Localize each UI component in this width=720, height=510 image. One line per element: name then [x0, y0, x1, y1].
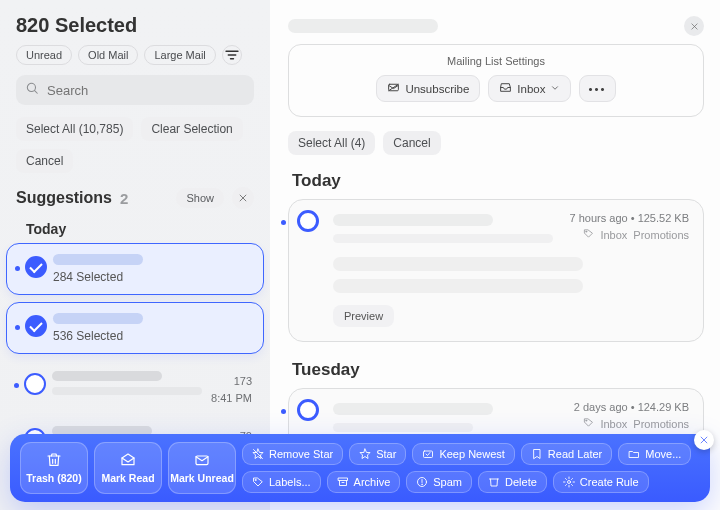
svg-rect-21 [338, 478, 347, 481]
message-size: 124.29 KB [638, 401, 689, 413]
svg-point-25 [422, 484, 423, 485]
filter-old-mail[interactable]: Old Mail [78, 45, 138, 65]
unread-dot-icon [15, 266, 20, 271]
chevron-down-icon [550, 83, 560, 95]
select-all-button[interactable]: Select All (10,785) [16, 117, 133, 141]
svg-point-11 [586, 231, 587, 232]
clear-selection-button[interactable]: Clear Selection [141, 117, 242, 141]
suggestions-count: 2 [120, 190, 128, 207]
avatar-ring-icon [297, 399, 319, 421]
search-box[interactable] [16, 75, 254, 105]
dot-sep: • [631, 212, 638, 224]
avatar-ring-icon [297, 210, 319, 232]
sender-card[interactable]: 536 Selected [6, 302, 264, 354]
sender-card[interactable]: 284 Selected [6, 243, 264, 295]
archive-button[interactable]: Archive [327, 471, 401, 493]
close-header-button[interactable] [684, 16, 704, 36]
selected-check-icon[interactable] [25, 256, 47, 278]
selected-check-icon[interactable] [25, 315, 47, 337]
body-skeleton [333, 257, 583, 271]
search-icon [25, 81, 39, 99]
bulk-action-toolbar: Trash (820) Mark Read Mark Unread Remove… [10, 434, 710, 502]
svg-marker-18 [360, 449, 370, 459]
inbox-label: Inbox [517, 83, 545, 95]
unsubscribe-button[interactable]: Unsubscribe [376, 75, 480, 102]
unsubscribe-icon [387, 81, 400, 96]
selection-title: 820 Selected [16, 14, 254, 37]
category-label: Promotions [633, 418, 689, 430]
move-label: Move... [645, 448, 681, 460]
subject-skeleton [333, 214, 493, 226]
message-size: 125.52 KB [638, 212, 689, 224]
trash-label: Trash (820) [26, 472, 81, 484]
suggestions-close-button[interactable] [232, 187, 254, 209]
folder-label: Inbox [600, 229, 627, 241]
delete-button[interactable]: Delete [478, 471, 547, 493]
right-cancel-button[interactable]: Cancel [383, 131, 440, 155]
labels-label: Labels... [269, 476, 311, 488]
dot-sep: • [631, 401, 638, 413]
read-later-label: Read Later [548, 448, 602, 460]
filter-large-mail[interactable]: Large Mail [144, 45, 215, 65]
sender-card[interactable]: 173 8:41 PM [6, 361, 264, 409]
mark-unread-button[interactable]: Mark Unread [168, 442, 236, 494]
suggestions-show-button[interactable]: Show [176, 188, 224, 208]
snippet-skeleton [333, 234, 553, 243]
filter-settings-icon[interactable] [222, 45, 242, 65]
svg-point-26 [567, 481, 570, 484]
labels-button[interactable]: Labels... [242, 471, 321, 493]
read-later-button[interactable]: Read Later [521, 443, 612, 465]
unread-dot-icon [281, 220, 286, 225]
inbox-dropdown[interactable]: Inbox [488, 75, 571, 102]
filter-unread[interactable]: Unread [16, 45, 72, 65]
move-button[interactable]: Move... [618, 443, 691, 465]
search-input[interactable] [45, 82, 245, 99]
message-count: 173 [211, 373, 252, 390]
unsubscribe-label: Unsubscribe [405, 83, 469, 95]
snippet-skeleton [333, 423, 473, 432]
toolbar-close-button[interactable] [694, 430, 714, 450]
subject-skeleton [333, 403, 493, 415]
create-rule-label: Create Rule [580, 476, 639, 488]
header-skeleton [288, 19, 438, 33]
delete-label: Delete [505, 476, 537, 488]
svg-point-20 [255, 479, 256, 480]
keep-newest-button[interactable]: Keep Newest [412, 443, 514, 465]
mail-closed-icon [194, 452, 210, 470]
unread-dot-icon [281, 409, 286, 414]
card-subtitle: 284 Selected [53, 270, 253, 284]
sender-name-skeleton [52, 371, 162, 381]
more-options-button[interactable]: ••• [579, 75, 615, 102]
category-label: Promotions [633, 229, 689, 241]
tag-icon [583, 417, 594, 430]
svg-line-4 [35, 91, 38, 94]
trash-button[interactable]: Trash (820) [20, 442, 88, 494]
message-age: 2 days ago [574, 401, 628, 413]
remove-star-button[interactable]: Remove Star [242, 443, 343, 465]
star-button[interactable]: Star [349, 443, 406, 465]
svg-line-10 [389, 84, 399, 91]
right-select-all-button[interactable]: Select All (4) [288, 131, 375, 155]
message-card[interactable]: Preview 7 hours ago • 125.52 KB Inbox Pr… [288, 199, 704, 342]
mailing-list-settings: Mailing List Settings Unsubscribe Inbox … [288, 44, 704, 117]
sender-name-skeleton [53, 313, 143, 324]
message-time: 8:41 PM [211, 390, 252, 407]
preview-button[interactable]: Preview [333, 305, 394, 327]
avatar-ring-icon[interactable] [24, 373, 46, 395]
archive-label: Archive [354, 476, 391, 488]
spam-button[interactable]: Spam [406, 471, 472, 493]
mark-read-button[interactable]: Mark Read [94, 442, 162, 494]
message-age: 7 hours ago [570, 212, 628, 224]
keep-newest-label: Keep Newest [439, 448, 504, 460]
mail-open-icon [120, 452, 136, 470]
unread-dot-icon [14, 383, 19, 388]
unread-dot-icon [15, 325, 20, 330]
day-heading: Today [292, 171, 704, 191]
settings-title: Mailing List Settings [301, 55, 691, 67]
day-heading-today: Today [26, 221, 254, 237]
remove-star-label: Remove Star [269, 448, 333, 460]
create-rule-button[interactable]: Create Rule [553, 471, 649, 493]
day-heading: Tuesday [292, 360, 704, 380]
cancel-button[interactable]: Cancel [16, 149, 73, 173]
preview-skeleton [52, 387, 202, 395]
